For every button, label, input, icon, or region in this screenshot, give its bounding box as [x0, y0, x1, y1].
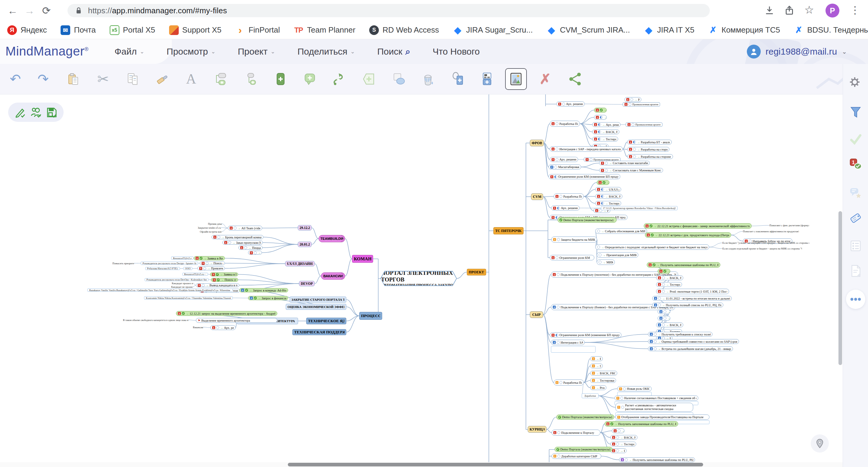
- check-panel-icon[interactable]: [847, 130, 864, 148]
- map-topic[interactable]: КОМАНДА: [352, 255, 373, 263]
- bookmark-item-3[interactable]: x5Portal X5: [110, 25, 155, 35]
- map-topic[interactable]: Если бюджет "усвоит" на текущий СПП прод…: [722, 241, 809, 244]
- map-topic[interactable]: →Собрать обоснования для МИК: [595, 228, 647, 234]
- map-topic[interactable]: ТЕХНИЧЕСКАЯ ПОДДЕРЖКА: [292, 329, 346, 335]
- settings-gear-icon[interactable]: [847, 75, 863, 90]
- layout-button[interactable]: [476, 68, 498, 90]
- map-topic[interactable]: 1Арх. решение: [556, 101, 585, 107]
- map-topic[interactable]: 2✓→Запрос в команду Ad-Hoc: [239, 288, 288, 292]
- map-topic[interactable]: !→Тестирование: [590, 378, 616, 383]
- user-account[interactable]: regi1988@mail.ru ⌄: [747, 39, 847, 64]
- map-topic[interactable]: !Наличие согласованных Поставщиков + све…: [615, 396, 698, 401]
- map-topic[interactable]: 1→Тестирование: [656, 282, 682, 287]
- map-topic[interactable]: 1✓→BA: [594, 108, 607, 113]
- map-topic[interactable]: !Защита бюджета на МИК: [551, 236, 597, 242]
- bookmark-item-7[interactable]: SRD Web Access: [369, 25, 439, 35]
- map-topic[interactable]: 1→BACK, FRONT: [595, 194, 622, 199]
- map-topic[interactable]: ResourceIT@x5.ru - 53493495 от 26.10.21: [182, 273, 208, 276]
- share-icon[interactable]: [783, 4, 796, 17]
- map-topic[interactable]: Повысить приоритет по нашему продукту: [113, 262, 134, 265]
- boundary-button[interactable]: [358, 68, 379, 90]
- map-topic[interactable]: 1→Тестирование: [595, 201, 621, 206]
- map-topic[interactable]: 1→Арх. решение: [210, 325, 236, 330]
- delete-button[interactable]: ✗: [534, 68, 556, 90]
- map-topic[interactable]: !→BA: [590, 356, 603, 361]
- map-topic[interactable]: Помогают с фин. расчетами (формулы): [770, 224, 809, 227]
- map-topic[interactable]: 1Интеграция с SAP - передача ценовых кат…: [550, 146, 623, 152]
- map-topic[interactable]: 1Ограничение роли КМ (изменение БП проду…: [550, 332, 621, 338]
- bookmark-item-11[interactable]: ✗Коммерция ТС5: [708, 25, 780, 35]
- map-topic[interactable]: СЫР: [530, 311, 543, 318]
- map-topic[interactable]: 17.12.21 Архитектор принял Borodavko Vik…: [601, 206, 678, 210]
- map-topic[interactable]: 1→Разработка на стороне Портала: [627, 154, 673, 159]
- undo-button[interactable]: ↶: [4, 68, 26, 90]
- map-topic[interactable]: 29.12.21: [298, 225, 312, 231]
- map-topic[interactable]: 1✓→BA: [597, 180, 610, 185]
- central-topic[interactable]: ПОРТАЛ ЭЛЕКТРОННЫХ ТОРГОВАВТОМАТИЗАЦИЯ П…: [380, 271, 457, 286]
- map-topic[interactable]: ФРОВ: [530, 140, 544, 146]
- map-topic[interactable]: ✓Demo Портала (знакомство/вопросы): [555, 447, 613, 452]
- map-topic[interactable]: DEVOPS: [299, 281, 315, 286]
- map-topic[interactable]: 1→Разработка на стороне SAP: [627, 147, 670, 152]
- download-icon[interactable]: [763, 4, 776, 17]
- map-topic[interactable]: 1→UX/UI-дизайн: [595, 187, 621, 192]
- map-topic[interactable]: 1✓→BA: [658, 269, 670, 273]
- map-topic[interactable]: !Расчет «самовывоза» - автоматически рас…: [615, 403, 693, 412]
- font-button[interactable]: A: [180, 68, 202, 90]
- map-topic[interactable]: 1→Арх. решение: [592, 122, 621, 127]
- map-topic[interactable]: Если создам отдельный проект и бюджет - …: [722, 247, 802, 250]
- browser-menu-kebab-icon[interactable]: ⋮: [848, 3, 862, 17]
- map-topic[interactable]: 1→Заказ пропусков (WeWork/Оазис): [222, 240, 263, 245]
- map-topic[interactable]: 2→SA: [658, 316, 670, 321]
- bookmark-item-6[interactable]: TPTeam Planner: [294, 25, 355, 35]
- map-topic[interactable]: UX/UI ДИЗАЙНЕР: [285, 261, 315, 266]
- menu-поделиться[interactable]: Поделиться⌄: [298, 47, 355, 57]
- fill-button[interactable]: [417, 68, 439, 90]
- bookmark-item-5[interactable]: ›FinPortal: [236, 25, 280, 35]
- map-topic[interactable]: 1→Тестирование: [610, 442, 636, 446]
- browser-profile-avatar[interactable]: P: [826, 4, 839, 18]
- notes-panel-icon[interactable]: [847, 262, 864, 279]
- map-topic[interactable]: КУРИЦА: [528, 426, 547, 433]
- bookmark-star-icon[interactable]: ☆: [803, 3, 816, 17]
- add-subtopic-button[interactable]: [240, 68, 261, 90]
- address-bar[interactable]: https://app.mindmanager.com/#my-files: [67, 4, 710, 17]
- map-topic[interactable]: →Презентация для МИК: [597, 252, 638, 258]
- map-topic[interactable]: 1→Составить план масштабирования: [599, 161, 650, 165]
- map-topic[interactable]: Вакансия: [191, 326, 203, 328]
- menu-файл[interactable]: Файл⌄: [115, 47, 144, 57]
- map-topic[interactable]: ПРОЦЕССЫ: [359, 312, 382, 320]
- map-topic[interactable]: 2Масштабирование: [549, 165, 581, 170]
- menu-whats-new[interactable]: Что Нового: [433, 47, 480, 57]
- map-topic[interactable]: 2→Встреча по дальнейшим шагам (декабрь, …: [648, 346, 733, 351]
- tags-panel-icon[interactable]: [847, 210, 864, 227]
- map-topic[interactable]: 1→Бронь переговорной комнаты (WeWork/Оаз…: [212, 235, 264, 239]
- map-topic[interactable]: →МИК: [597, 259, 615, 265]
- map-topic[interactable]: 2✓→Запрос в финансовый отдел: [248, 296, 288, 300]
- relationship-button[interactable]: [329, 68, 350, 90]
- map-topic[interactable]: 2→BA: [658, 309, 670, 314]
- map-overview-pin-button[interactable]: [811, 434, 829, 453]
- map-topic[interactable]: 1→Согласовать план с Мачневым Константин…: [599, 168, 663, 173]
- browser-forward-button[interactable]: →: [21, 2, 38, 19]
- map-topic[interactable]: ПРОЕКТЫ: [467, 269, 486, 275]
- bookmark-item-9[interactable]: ◆CVM_Scrum JIRA...: [547, 25, 630, 35]
- map-topic[interactable]: Кандидат прошел испытательный срок: [172, 282, 193, 285]
- horizontal-scrollbar-thumb[interactable]: [288, 463, 703, 466]
- map-topic[interactable]: Офлайн встреча команды 20.01.22: [200, 230, 221, 233]
- map-topic[interactable]: 1→SA: [594, 115, 607, 120]
- map-topic[interactable]: 1→Prod: [610, 448, 627, 453]
- map-topic[interactable]: 1→BACK, FRONT: [592, 129, 619, 134]
- map-topic[interactable]: 1→Prod: [624, 97, 641, 102]
- map-topic[interactable]: 1→Вывод кандидата в продукт (0,5 FTE): [196, 283, 239, 287]
- map-topic[interactable]: 1→Prod: пилотные торги (1 ОЗТ, 1 КМ, 2 П…: [656, 289, 729, 294]
- menu-просмотр[interactable]: Просмотр⌄: [167, 47, 216, 57]
- filter-panel-icon[interactable]: [847, 104, 864, 121]
- map-topic[interactable]: 1Разработка Портала: [554, 194, 584, 199]
- map-topic[interactable]: ТЕХНИЧЕСКОЕ ЯДРО: [306, 318, 346, 324]
- copy-button[interactable]: [122, 68, 144, 90]
- map-topic[interactable]: 1✓→12.12.21 запрос на выделение временно…: [176, 311, 277, 316]
- map-topic[interactable]: 1Промышленная архитектура: [623, 102, 660, 107]
- map-topic[interactable]: В таком объеме свободного капацитета в о…: [123, 319, 188, 321]
- map-topic[interactable]: 1✓→22.12.21 встреча с рук. продуктового …: [645, 232, 731, 238]
